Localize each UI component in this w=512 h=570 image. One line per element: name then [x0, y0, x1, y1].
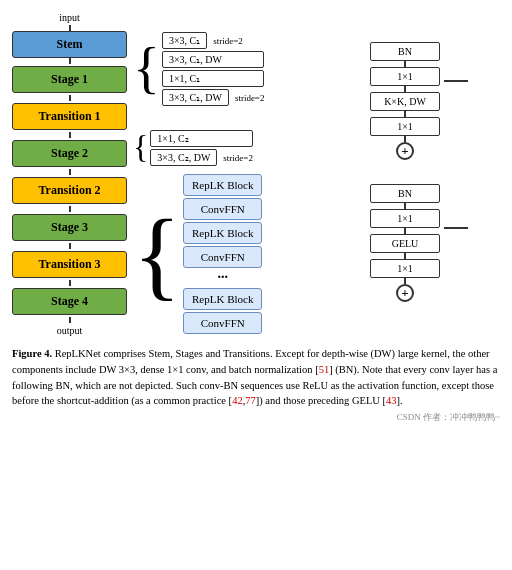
- caption-ref3: 77: [245, 395, 256, 406]
- stage234-boxes: RepLK Block ConvFFN RepLK Block ConvFFN …: [183, 174, 262, 334]
- convffn-internal-diagram: BN 1×1 GELU 1×1 +: [370, 184, 468, 302]
- caption-ref2: 42: [232, 395, 243, 406]
- transition1-block: Transition 1: [12, 103, 127, 130]
- transition1-brace-group: { 1×1, C₂ 3×3, C₂, DW stride=2: [129, 130, 368, 166]
- repk-block-2: RepLK Block: [183, 222, 262, 244]
- stem-boxes: 3×3, C₁ stride=2 3×3, C₁, DW 1×1, C₁ 3×3…: [162, 32, 265, 106]
- convffn-block-1: ConvFFN: [183, 198, 262, 220]
- repk-block-1: RepLK Block: [183, 174, 262, 196]
- stem-brace-group: { 3×3, C₁ stride=2 3×3, C₁, DW 1×1, C₁ 3…: [129, 32, 368, 106]
- stem-box-2: 3×3, C₁, DW: [162, 51, 265, 68]
- rd-bn-1: BN: [370, 42, 440, 61]
- stem-block: Stem: [12, 31, 127, 58]
- transition1-brace: {: [133, 134, 148, 161]
- transition1-boxes: 1×1, C₂ 3×3, C₂, DW stride=2: [150, 130, 253, 166]
- stem-box-1: 3×3, C₁ stride=2: [162, 32, 265, 49]
- stage234-brace: {: [133, 212, 181, 297]
- t1-box-1: 1×1, C₂: [150, 130, 253, 147]
- figure-label: Figure 4.: [12, 348, 52, 359]
- rd-kxk-dw: K×K, DW: [370, 92, 440, 111]
- repk-stack: BN 1×1 K×K, DW 1×1 +: [370, 42, 440, 160]
- rd-1x1-1: 1×1: [370, 67, 440, 86]
- convffn-block-2: ConvFFN: [183, 246, 262, 268]
- shortcut-line-bot: [444, 227, 468, 229]
- stem-box-3: 1×1, C₁: [162, 70, 265, 87]
- output-label: output: [57, 323, 83, 338]
- right-column: BN 1×1 K×K, DW 1×1 + BN 1×1: [370, 10, 500, 302]
- full-diagram: input Stem Stage 1 Transition 1 Stage 2 …: [12, 10, 500, 338]
- transition3-block: Transition 3: [12, 251, 127, 278]
- repk-internal-diagram: BN 1×1 K×K, DW 1×1 +: [370, 42, 468, 160]
- stage1-block: Stage 1: [12, 66, 127, 93]
- stem-brace: {: [133, 45, 160, 93]
- plus-circle-bot: +: [396, 284, 414, 302]
- caption-text3: ]) and those preceding GELU [: [256, 395, 386, 406]
- caption-ref1: 51: [319, 364, 330, 375]
- stage2-block: Stage 2: [12, 140, 127, 167]
- t1-box-2: 3×3, C₂, DW stride=2: [150, 149, 253, 166]
- shortcut-line-top: [444, 80, 468, 82]
- convffn-stack: BN 1×1 GELU 1×1 +: [370, 184, 440, 302]
- stage234-brace-group: { RepLK Block ConvFFN RepLK Block ConvFF…: [129, 174, 368, 334]
- transition2-block: Transition 2: [12, 177, 127, 204]
- rd-bn-2: BN: [370, 184, 440, 203]
- rd-1x1-4: 1×1: [370, 259, 440, 278]
- middle-column: { 3×3, C₁ stride=2 3×3, C₁, DW 1×1, C₁ 3…: [129, 10, 368, 334]
- caption-text4: ].: [397, 395, 403, 406]
- rd-gelu: GELU: [370, 234, 440, 253]
- caption-ref4: 43: [386, 395, 397, 406]
- stem-box-4: 3×3, C₁, DW stride=2: [162, 89, 265, 106]
- watermark: CSDN 作者：冲冲鸭鸭鸭~: [12, 411, 500, 424]
- rd-1x1-2: 1×1: [370, 117, 440, 136]
- convffn-block-3: ConvFFN: [183, 312, 262, 334]
- dots: ···: [183, 270, 262, 286]
- stage3-block: Stage 3: [12, 214, 127, 241]
- left-column: input Stem Stage 1 Transition 1 Stage 2 …: [12, 10, 127, 338]
- rd-1x1-3: 1×1: [370, 209, 440, 228]
- stage4-block: Stage 4: [12, 288, 127, 315]
- input-label: input: [59, 10, 80, 25]
- caption: Figure 4. RepLKNet comprises Stem, Stage…: [12, 346, 500, 409]
- repk-block-3: RepLK Block: [183, 288, 262, 310]
- plus-circle-top: +: [396, 142, 414, 160]
